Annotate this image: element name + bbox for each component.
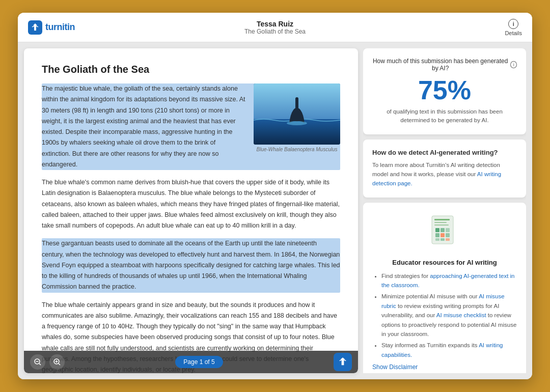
svg-rect-14 [434,225,449,226]
whale-image-block: Blue-Whale Balaenoptera Musculus [254,83,340,152]
image-caption: Blue-Whale Balaenoptera Musculus [254,147,340,152]
doc-footer-bar: Page 1 of 5 [24,351,358,373]
svg-rect-17 [446,228,450,232]
detect-card-text: To learn more about Turnitin's AI writin… [372,160,517,188]
svg-rect-15 [435,228,439,232]
resource-item-3: Stay informed as Turnitin expands its AI… [381,341,517,359]
ai-detection-card: How much of this submission has been gen… [363,48,526,134]
details-label: Details [505,30,522,36]
right-panel: How much of this submission has been gen… [363,48,526,373]
svg-rect-23 [446,238,450,241]
svg-rect-16 [441,228,445,232]
svg-rect-19 [441,233,445,237]
zoom-out-button[interactable] [30,354,45,370]
resource-card-title: Educator resources for AI writing [372,259,517,266]
header-doc-title: The Goliath of the Sea [109,28,441,35]
show-disclaimer-link[interactable]: Show Disclaimer [372,363,517,371]
app-window: turnitin Tessa Ruiz The Goliath of the S… [18,13,532,379]
svg-line-10 [59,363,60,365]
svg-point-3 [287,121,307,125]
svg-rect-22 [441,238,445,241]
header-center: Tessa Ruiz The Goliath of the Sea [109,20,441,35]
header: turnitin Tessa Ruiz The Goliath of the S… [18,13,532,42]
resource-item-1: Find strategies for approaching AI-gener… [381,271,517,290]
resource-illustration [424,212,465,253]
zoom-in-button[interactable] [49,354,65,370]
detect-card-title: How do we detect AI-generated writing? [372,149,517,156]
resource-list: Find strategies for approaching AI-gener… [372,271,517,360]
misuse-checklist-link[interactable]: AI misuse checklist [436,312,486,318]
paragraph-3: These gargantuan beasts used to dominate… [42,238,340,292]
ai-description: of qualifying text in this submission ha… [372,107,517,125]
turnitin-home-button[interactable] [334,353,352,371]
header-user-name: Tessa Ruiz [109,20,441,28]
zoom-out-icon [34,358,41,366]
whale-illustration [254,83,340,145]
doc-title: The Goliath of the Sea [42,64,340,75]
svg-rect-21 [435,238,439,241]
turnitin-btn-icon [337,356,348,368]
logo-text: turnitin [45,22,75,33]
header-right: i Details [441,19,522,36]
turnitin-logo-icon [28,20,42,35]
svg-rect-12 [434,219,450,220]
svg-line-6 [39,363,41,365]
page-badge: Page 1 of 5 [175,356,223,368]
details-button[interactable]: i Details [505,19,522,36]
doc-panel: The Goliath of the Sea [24,48,358,373]
doc-content[interactable]: The Goliath of the Sea [24,48,358,373]
zoom-in-icon [53,358,61,366]
resource-card: Educator resources for AI writing Find s… [363,203,526,373]
resource-item-2: Minimize potential AI misuse with our AI… [381,292,517,339]
first-para-block: Blue-Whale Balaenoptera Musculus The maj… [42,83,340,170]
ai-percentage: 75% [372,77,517,103]
paragraph-2: The blue whale's common name derives fro… [42,177,340,231]
svg-rect-13 [434,222,447,223]
svg-rect-18 [435,233,439,237]
logo-area: turnitin [28,20,109,35]
resource-image-area [372,212,517,253]
page-indicator: Page 1 of 5 [69,356,329,368]
detect-card: How do we detect AI-generated writing? T… [363,139,526,198]
whale-image [254,83,340,145]
info-icon: i [508,19,518,29]
svg-rect-20 [446,233,450,237]
main-content: The Goliath of the Sea [18,42,532,379]
ai-card-question: How much of this submission has been gen… [372,58,517,72]
ai-info-icon[interactable]: i [510,61,517,68]
